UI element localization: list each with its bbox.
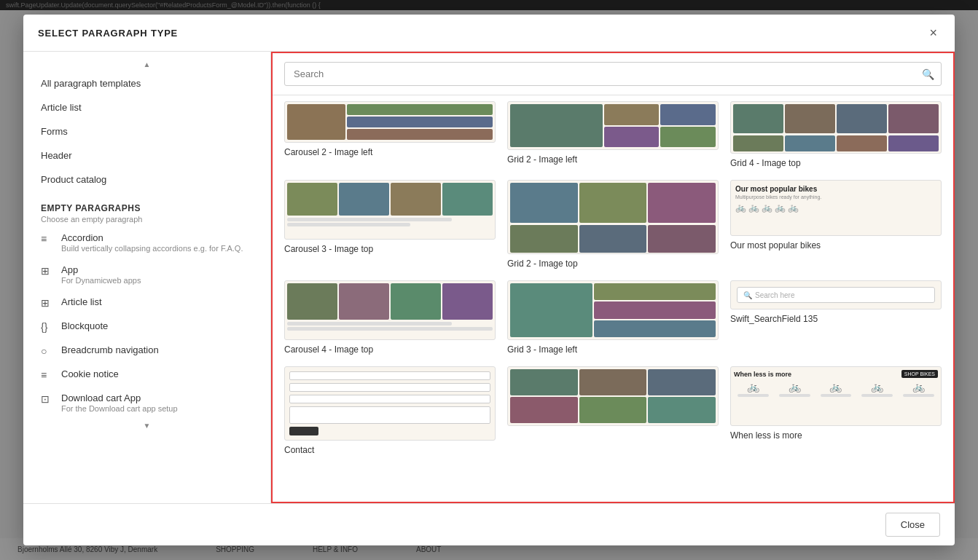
popular-title: Our most popular bikes bbox=[735, 185, 936, 193]
sidebar-scroll-down: ▼ bbox=[23, 419, 270, 433]
contact-email-field bbox=[289, 383, 490, 392]
template-label-grid2top: Grid 2 - Image top bbox=[507, 259, 719, 269]
breadcrumb-label: Breadcrumb navigation bbox=[61, 344, 159, 355]
sidebar-item-download-cart[interactable]: ⊡ Download cart App For the Download car… bbox=[23, 387, 270, 419]
scroll-down-arrow[interactable]: ▼ bbox=[144, 422, 151, 430]
sidebar-item-breadcrumb[interactable]: ○ Breadcrumb navigation bbox=[23, 339, 270, 363]
app-label: App bbox=[61, 264, 141, 275]
template-preview-contact bbox=[284, 366, 496, 441]
cookie-icon: ≡ bbox=[41, 369, 54, 381]
sidebar-item-blockquote[interactable]: {} Blockquote bbox=[23, 315, 270, 339]
template-preview-grid2left bbox=[507, 101, 719, 150]
modal-body: ▲ All paragraph templates Article list F… bbox=[23, 52, 955, 503]
scroll-up-arrow[interactable]: ▲ bbox=[144, 60, 151, 68]
template-label-search: Swift_SearchField 135 bbox=[730, 314, 942, 324]
modal-close-button[interactable]: × bbox=[926, 25, 940, 41]
download-cart-label: Download cart App bbox=[61, 393, 178, 403]
sidebar-item-article-list[interactable]: Article list bbox=[23, 95, 270, 119]
sidebar-section-header: EMPTY PARAGRAPHS Choose an empty paragra… bbox=[23, 192, 270, 226]
template-carousel4[interactable]: Carousel 4 - Image top bbox=[284, 280, 496, 355]
sidebar-scroll-up: ▲ bbox=[23, 58, 270, 71]
sidebar-item-forms[interactable]: Forms bbox=[23, 119, 270, 143]
sidebar-item-header[interactable]: Header bbox=[23, 143, 270, 167]
grid2left-main-img bbox=[510, 104, 603, 147]
template-search[interactable]: 🔍 Search here Swift_SearchField 135 bbox=[730, 280, 942, 355]
template-preview-whenless: When less is more SHOP BIKES 🚲 🚲 bbox=[730, 366, 942, 426]
template-preview-carousel3 bbox=[284, 180, 496, 240]
templates-grid: Carousel 2 - Image left bbox=[273, 95, 953, 502]
sidebar-item-product-catalog[interactable]: Product catalog bbox=[23, 167, 270, 192]
template-grid3left[interactable]: Grid 3 - Image left bbox=[507, 280, 719, 355]
sidebar-item-app[interactable]: ⊞ App For Dynamicweb apps bbox=[23, 259, 270, 291]
modal-header: SELECT PARAGRAPH TYPE × bbox=[23, 15, 955, 52]
search-icon: 🔍 bbox=[922, 68, 934, 80]
app-desc: For Dynamicweb apps bbox=[61, 276, 141, 285]
modal-footer: Close bbox=[23, 503, 955, 545]
sidebar: ▲ All paragraph templates Article list F… bbox=[23, 52, 271, 503]
accordion-icon: ≡ bbox=[41, 233, 54, 245]
template-label-carousel2: Carousel 2 - Image left bbox=[284, 147, 496, 157]
download-cart-desc: For the Download cart app setup bbox=[61, 404, 178, 413]
search-bar: 🔍 bbox=[273, 53, 953, 95]
contact-name-field bbox=[289, 371, 490, 380]
template-grid2left[interactable]: Grid 2 - Image left bbox=[507, 101, 719, 168]
modal-title: SELECT PARAGRAPH TYPE bbox=[38, 28, 178, 39]
contact-message-field bbox=[289, 406, 490, 424]
template-carousel2[interactable]: Carousel 2 - Image left bbox=[284, 101, 496, 168]
sidebar-section-subtitle: Choose an empty paragraph bbox=[41, 215, 253, 224]
sidebar-section-title: EMPTY PARAGRAPHS bbox=[41, 203, 253, 213]
close-button[interactable]: Close bbox=[885, 513, 940, 537]
template-label-carousel3: Carousel 3 - Image top bbox=[284, 244, 496, 254]
template-label-grid2left: Grid 2 - Image left bbox=[507, 154, 719, 165]
template-preview-grid2top bbox=[507, 180, 719, 254]
download-cart-icon: ⊡ bbox=[41, 393, 54, 405]
carousel2-thumb3 bbox=[347, 129, 493, 140]
template-grid4top[interactable]: Grid 4 - Image top bbox=[730, 101, 942, 168]
modal: SELECT PARAGRAPH TYPE × ▲ All paragraph … bbox=[23, 15, 955, 545]
template-grid2top[interactable]: Grid 2 - Image top bbox=[507, 180, 719, 269]
blockquote-label: Blockquote bbox=[61, 320, 108, 331]
template-preview-grid3left bbox=[507, 280, 719, 340]
template-preview-grid4top bbox=[730, 101, 942, 154]
carousel2-main-img bbox=[287, 104, 345, 140]
template-grid3bot[interactable] bbox=[507, 366, 719, 455]
sidebar-item-cookie-notice[interactable]: ≡ Cookie notice bbox=[23, 363, 270, 387]
template-carousel3[interactable]: Carousel 3 - Image top bbox=[284, 180, 496, 269]
accordion-label: Accordion bbox=[61, 232, 243, 243]
template-label-grid4top: Grid 4 - Image top bbox=[730, 158, 942, 168]
template-preview-carousel2 bbox=[284, 101, 496, 143]
whenless-shop-btn: SHOP BIKES bbox=[901, 370, 938, 378]
contact-send-btn bbox=[289, 427, 318, 435]
sidebar-item-accordion[interactable]: ≡ Accordion Build vertically collapsing … bbox=[23, 226, 270, 259]
content-area: 🔍 bbox=[271, 52, 955, 503]
template-label-whenless: When less is more bbox=[730, 430, 942, 441]
contact-phone-field bbox=[289, 395, 490, 403]
template-preview-carousel4 bbox=[284, 280, 496, 340]
article-list-icon: ⊞ bbox=[41, 297, 54, 309]
template-label-popular: Our most popular bikes bbox=[730, 240, 942, 251]
cookie-label: Cookie notice bbox=[61, 368, 119, 379]
search-input[interactable] bbox=[284, 62, 942, 86]
template-label-grid3left: Grid 3 - Image left bbox=[507, 344, 719, 355]
breadcrumb-icon: ○ bbox=[41, 345, 54, 357]
template-label-contact: Contact bbox=[284, 445, 496, 455]
template-preview-grid3bot bbox=[507, 366, 719, 426]
accordion-desc: Build vertically collapsing accordions e… bbox=[61, 244, 243, 253]
carousel2-thumb2 bbox=[347, 117, 493, 127]
template-preview-popular: Our most popular bikes Multipurpose bike… bbox=[730, 180, 942, 236]
sidebar-item-article-list-empty[interactable]: ⊞ Article list bbox=[23, 291, 270, 315]
whenless-title: When less is more bbox=[734, 371, 791, 378]
app-icon: ⊞ bbox=[41, 265, 54, 277]
article-list-label: Article list bbox=[61, 296, 102, 307]
template-contact[interactable]: Contact bbox=[284, 366, 496, 455]
template-whenless[interactable]: When less is more SHOP BIKES 🚲 🚲 bbox=[730, 366, 942, 455]
blockquote-icon: {} bbox=[41, 321, 54, 333]
template-popular[interactable]: Our most popular bikes Multipurpose bike… bbox=[730, 180, 942, 269]
template-label-carousel4: Carousel 4 - Image top bbox=[284, 344, 496, 355]
template-preview-search: 🔍 Search here bbox=[730, 280, 942, 309]
sidebar-item-all-templates[interactable]: All paragraph templates bbox=[23, 71, 270, 95]
carousel2-thumb1 bbox=[347, 104, 493, 115]
